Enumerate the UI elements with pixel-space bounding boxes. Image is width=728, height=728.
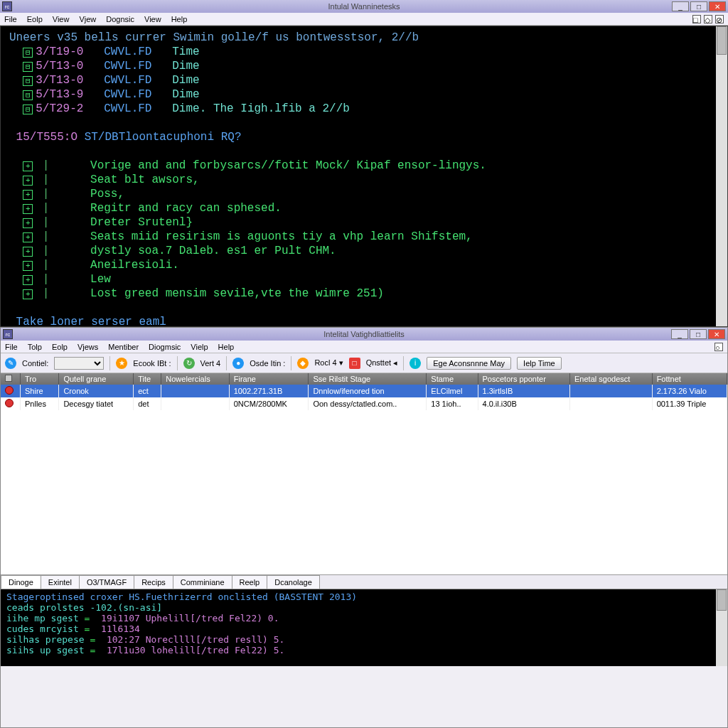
table-header-row: TroQutell graneTiteNowelercialsFiraneSse… bbox=[1, 373, 727, 385]
terminal-scrollbar[interactable] bbox=[716, 26, 727, 326]
col-header[interactable]: Tro bbox=[21, 373, 59, 385]
bottom-titlebar: rc Intelital Vatighdliattielits _ □ ✕ bbox=[1, 328, 727, 341]
toolbar-glyph-3[interactable]: ⊘ bbox=[715, 15, 724, 23]
tab-dinoge[interactable]: Dinoge bbox=[1, 575, 41, 589]
tab-comminiane[interactable]: Comminiane bbox=[173, 575, 232, 589]
col-header[interactable]: Nowelercials bbox=[161, 373, 229, 385]
menu-eolp[interactable]: Eolp bbox=[27, 15, 43, 23]
bottom-title: Intelital Vatighdliattielits bbox=[323, 330, 405, 338]
console-scrollbar[interactable] bbox=[716, 589, 727, 666]
col-header[interactable]: Firane bbox=[229, 373, 309, 385]
menu2-mentiber[interactable]: Mentiber bbox=[108, 343, 139, 351]
row-status-icon bbox=[5, 386, 14, 395]
console-pane: Stageroptinsed croxer HS.Fuethrizerrd on… bbox=[1, 589, 727, 666]
onsttet-label: Qnsttet ◂ bbox=[366, 358, 398, 368]
rocl-icon[interactable]: ◆ bbox=[297, 358, 309, 369]
corner-icon[interactable]: ○ bbox=[714, 343, 723, 351]
ecook-label: Ecook IBt : bbox=[133, 359, 171, 368]
vert-icon[interactable]: ↻ bbox=[183, 358, 195, 369]
data-table: TroQutell graneTiteNowelercialsFiraneSse… bbox=[1, 373, 727, 410]
contiel-select[interactable] bbox=[54, 357, 104, 370]
bottom-tabs: DinogeExintelO3/TMAGFRecipsComminianeRee… bbox=[1, 575, 727, 589]
close-button[interactable]: ✕ bbox=[709, 1, 726, 11]
toolbar: ✎ Contiel: ★ Ecook IBt : ↻ Vert 4 ● Osde… bbox=[1, 353, 727, 373]
menu-help[interactable]: Help bbox=[171, 15, 188, 23]
col-header[interactable]: Sse Rilstit Stage bbox=[309, 373, 427, 385]
tab-reelp[interactable]: Reelp bbox=[232, 575, 268, 589]
telp-button[interactable]: Ielp Time bbox=[517, 357, 562, 370]
menu-vjew[interactable]: Vjew bbox=[79, 15, 96, 23]
toolbar-glyph-2[interactable]: ◇ bbox=[704, 15, 712, 23]
tab-exintel[interactable]: Exintel bbox=[41, 575, 80, 589]
menu2-diogmsic[interactable]: Diogmsic bbox=[149, 343, 181, 351]
menu2-file[interactable]: File bbox=[5, 343, 18, 351]
wand-icon[interactable]: ✎ bbox=[5, 358, 16, 369]
table-row[interactable]: PnllesDecesgy tiatetdet0NCM/2800MKOon de… bbox=[1, 397, 727, 410]
menu-view[interactable]: View bbox=[53, 15, 70, 23]
menu2-vielp[interactable]: Vielp bbox=[191, 343, 208, 351]
app-icon-2: rc bbox=[3, 329, 13, 339]
maximize-button[interactable]: □ bbox=[690, 1, 707, 11]
table-row[interactable]: ShireCronokect1002.271.31BDnnlow/ifenore… bbox=[1, 385, 727, 397]
menu2-eolp[interactable]: Eolp bbox=[52, 343, 68, 351]
col-header[interactable]: Enetal sgodesct bbox=[570, 373, 653, 385]
rocl-label: Rocl 4 ▾ bbox=[314, 358, 343, 368]
menu-file[interactable]: File bbox=[4, 15, 17, 23]
maximize-button-2[interactable]: □ bbox=[690, 329, 707, 339]
menu2-tolp[interactable]: Tolp bbox=[28, 343, 42, 351]
col-header[interactable]: Qutell grane bbox=[59, 373, 134, 385]
terminal-content: Uneers v35 bells currer Swimin golle/f u… bbox=[9, 31, 719, 327]
col-header[interactable]: Fottnet bbox=[652, 373, 727, 385]
menu2-vjews[interactable]: Vjews bbox=[77, 343, 98, 351]
console-scroll-thumb[interactable] bbox=[717, 589, 727, 611]
menu-dognsic[interactable]: Dognsic bbox=[106, 15, 134, 23]
menu2-help[interactable]: Help bbox=[218, 343, 235, 351]
col-header[interactable] bbox=[1, 373, 21, 385]
col-header[interactable]: Tite bbox=[134, 373, 161, 385]
terminal-scroll-thumb[interactable] bbox=[717, 26, 727, 55]
row-status-icon bbox=[5, 399, 14, 407]
bottom-menubar: File Tolp Eolp Vjews Mentiber Diogmsic V… bbox=[1, 341, 727, 353]
minimize-button[interactable]: _ bbox=[672, 1, 689, 11]
table-wrap: TroQutell graneTiteNowelercialsFiraneSse… bbox=[1, 373, 727, 575]
ecook-icon[interactable]: ★ bbox=[116, 358, 127, 369]
osde-icon[interactable]: ● bbox=[232, 358, 244, 369]
app-icon: rc bbox=[2, 1, 12, 11]
onsttet-icon[interactable]: □ bbox=[349, 358, 360, 369]
bottom-window: rc Intelital Vatighdliattielits _ □ ✕ Fi… bbox=[0, 327, 728, 728]
osde-label: Osde Itin : bbox=[250, 359, 285, 368]
table-body: ShireCronokect1002.271.31BDnnlow/ifenore… bbox=[1, 385, 727, 410]
ege-button[interactable]: Ege Aconsnnne May bbox=[427, 357, 511, 370]
info-icon[interactable]: i bbox=[410, 358, 421, 369]
top-title: Intulal Wanninetesks bbox=[328, 2, 400, 11]
tab-dcanolage[interactable]: Dcanolage bbox=[267, 575, 320, 589]
col-header[interactable]: Poscetors pponter bbox=[478, 373, 570, 385]
console-content: Stageroptinsed croxer HS.Fuethrizerrd on… bbox=[6, 592, 722, 655]
close-button-2[interactable]: ✕ bbox=[708, 329, 725, 339]
minimize-button-2[interactable]: _ bbox=[671, 329, 688, 339]
vert-label: Vert 4 bbox=[200, 359, 221, 368]
contiel-label: Contiel: bbox=[22, 359, 48, 368]
col-header[interactable]: Stame bbox=[427, 373, 478, 385]
menu-view2[interactable]: View bbox=[144, 15, 161, 23]
top-menubar: File Eolp View Vjew Dognsic View Help □ … bbox=[0, 13, 728, 26]
top-titlebar: rc Intulal Wanninetesks _ □ ✕ bbox=[0, 0, 728, 13]
toolbar-glyph-1[interactable]: □ bbox=[692, 15, 701, 23]
tab-o3/tmagf[interactable]: O3/TMAGF bbox=[79, 575, 134, 589]
terminal-pane: Uneers v35 bells currer Swimin golle/f u… bbox=[0, 26, 728, 327]
tab-recips[interactable]: Recips bbox=[134, 575, 173, 589]
